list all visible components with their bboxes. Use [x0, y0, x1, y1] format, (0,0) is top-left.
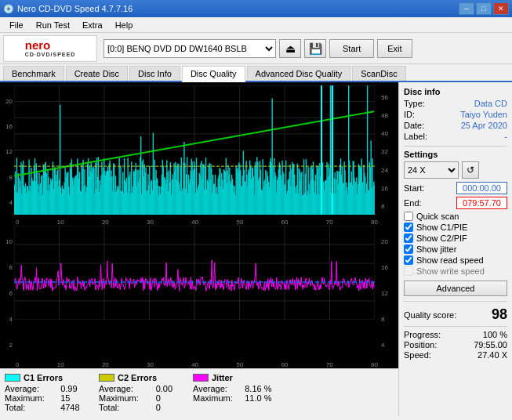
logo-product: CD·DVD/SPEED: [25, 52, 76, 57]
jitter-checkbox[interactable]: [404, 244, 413, 254]
upper-yr-label-5: 24: [379, 167, 398, 174]
jitter-max-label: Maximum:: [193, 393, 240, 403]
lower-yr-label-1: 20: [379, 238, 398, 245]
start-value: 000:00.00: [456, 182, 507, 194]
start-button[interactable]: Start: [329, 39, 374, 58]
upper-x-axis: 0 10 20 30 40 50 60 70 80: [0, 219, 398, 226]
menu-help[interactable]: Help: [109, 19, 140, 31]
legend-c2: C2 Errors Average: 0.00 Maximum: 0 Total…: [99, 373, 185, 412]
jitter-cb-label: Show jitter: [416, 244, 456, 254]
tab-benchmark[interactable]: Benchmark: [3, 66, 64, 81]
c2pif-row: Show C2/PIF: [404, 234, 507, 243]
progress-section: Progress: 100 % Position: 79:55.00 Speed…: [404, 330, 507, 360]
c2-label: C2 Errors: [118, 373, 157, 382]
advanced-button[interactable]: Advanced: [404, 281, 507, 296]
quality-section: Quality score: 98: [404, 306, 507, 323]
charts-panel: 20 16 12 8 4 56 48 40 32 24 16: [0, 82, 398, 368]
tab-scandisc[interactable]: ScanDisc: [352, 66, 405, 81]
lower-y-label-5: 2: [0, 342, 14, 349]
end-label: End:: [404, 198, 422, 208]
lower-yr-label-5: 4: [379, 342, 398, 349]
c2pif-label: Show C2/PIF: [416, 234, 467, 243]
c1-total-value: 4748: [60, 403, 91, 412]
c1-max-value: 15: [60, 393, 91, 403]
c2-color-swatch: [99, 374, 114, 382]
c2pif-checkbox[interactable]: [404, 234, 413, 243]
tab-disc-quality[interactable]: Disc Quality: [182, 66, 245, 82]
c2-max-label: Maximum:: [99, 393, 151, 403]
quality-label: Quality score:: [404, 310, 456, 320]
id-label: ID:: [404, 110, 415, 119]
menu-bar: File Run Test Extra Help: [0, 17, 512, 33]
upper-yr-label-6: 16: [379, 185, 398, 192]
c1-color-swatch: [5, 374, 20, 382]
c2-total-label: Total:: [99, 403, 151, 412]
quality-score-value: 98: [492, 306, 507, 323]
main-content: 20 16 12 8 4 56 48 40 32 24 16: [0, 82, 512, 416]
lower-yr-label-4: 8: [379, 316, 398, 323]
quickscan-row: Quick scan: [404, 212, 507, 221]
c2-max-value: 0: [156, 393, 185, 403]
app-icon: 💿: [3, 4, 14, 14]
window-controls[interactable]: ─ □ ✕: [459, 2, 509, 15]
c1pie-checkbox[interactable]: [404, 223, 413, 232]
position-label: Position:: [404, 340, 437, 349]
readspeed-checkbox[interactable]: [404, 255, 413, 265]
upper-y-label-3: 12: [0, 148, 14, 155]
upper-y-label-5: 4: [0, 199, 14, 206]
lower-y-label-4: 4: [0, 316, 14, 323]
c1pie-label: Show C1/PIE: [416, 223, 467, 232]
writespeed-row: Show write speed: [404, 266, 507, 276]
menu-extra[interactable]: Extra: [76, 19, 109, 31]
save-button[interactable]: 💾: [304, 39, 326, 58]
progress-label: Progress:: [404, 330, 441, 339]
date-label: Date:: [404, 121, 424, 130]
upper-canvas: [14, 85, 375, 215]
upper-yr-label-2: 48: [379, 112, 398, 119]
upper-y-label-2: 16: [0, 123, 14, 130]
readspeed-label: Show read speed: [416, 255, 484, 265]
drive-selector[interactable]: [0:0] BENQ DVD DD DW1640 BSLB: [103, 39, 276, 58]
exit-button[interactable]: Exit: [377, 39, 412, 58]
tab-disc-info[interactable]: Disc Info: [129, 66, 180, 81]
speed-label: Speed:: [404, 350, 431, 360]
c2-avg-label: Average:: [99, 384, 151, 393]
right-panel: Disc info Type: Data CD ID: Taiyo Yuden …: [398, 82, 512, 416]
eject-button[interactable]: ⏏: [279, 39, 301, 58]
quickscan-label: Quick scan: [416, 212, 459, 221]
settings-title: Settings: [404, 150, 507, 159]
lower-yr-label-3: 12: [379, 290, 398, 297]
menu-file[interactable]: File: [3, 19, 30, 31]
id-value: Taiyo Yuden: [460, 110, 507, 119]
title-bar-text: Nero CD-DVD Speed 4.7.7.16: [17, 4, 133, 13]
label-label: Label:: [404, 132, 427, 141]
jitter-row: Show jitter: [404, 244, 507, 254]
menu-run-test[interactable]: Run Test: [30, 19, 76, 31]
c1-label: C1 Errors: [24, 373, 63, 382]
divider-2: [404, 301, 507, 302]
jitter-color-swatch: [193, 374, 209, 382]
tab-advanced-disc-quality[interactable]: Advanced Disc Quality: [247, 66, 351, 81]
type-label: Type:: [404, 99, 425, 108]
refresh-button[interactable]: ↺: [462, 161, 479, 179]
title-bar: 💿 Nero CD-DVD Speed 4.7.7.16 ─ □ ✕: [0, 0, 512, 17]
lower-yr-label-2: 16: [379, 264, 398, 271]
c1-max-label: Maximum:: [5, 393, 56, 403]
tab-create-disc[interactable]: Create Disc: [66, 66, 128, 81]
minimize-button[interactable]: ─: [459, 2, 474, 15]
jitter-max-value: 11.0 %: [245, 393, 279, 403]
close-button[interactable]: ✕: [493, 2, 509, 15]
logo: nero CD·DVD/SPEED: [3, 35, 97, 62]
legend-area: C1 Errors Average: 0.99 Maximum: 15 Tota…: [0, 368, 398, 416]
quickscan-checkbox[interactable]: [404, 212, 413, 221]
upper-y-label-1: 20: [0, 98, 14, 105]
settings-section: Settings 24 X 8 X 16 X 32 X 40 X MAX ↺ S…: [404, 150, 507, 296]
disc-info-title: Disc info: [404, 87, 507, 96]
lower-canvas: [14, 226, 375, 320]
end-value: 079:57.70: [456, 197, 507, 209]
speed-selector[interactable]: 24 X 8 X 16 X 32 X 40 X MAX: [404, 161, 459, 179]
c1-total-label: Total:: [5, 403, 56, 412]
speed-value: 27.40 X: [478, 350, 507, 360]
writespeed-label: Show write speed: [416, 266, 485, 276]
maximize-button[interactable]: □: [476, 2, 492, 15]
